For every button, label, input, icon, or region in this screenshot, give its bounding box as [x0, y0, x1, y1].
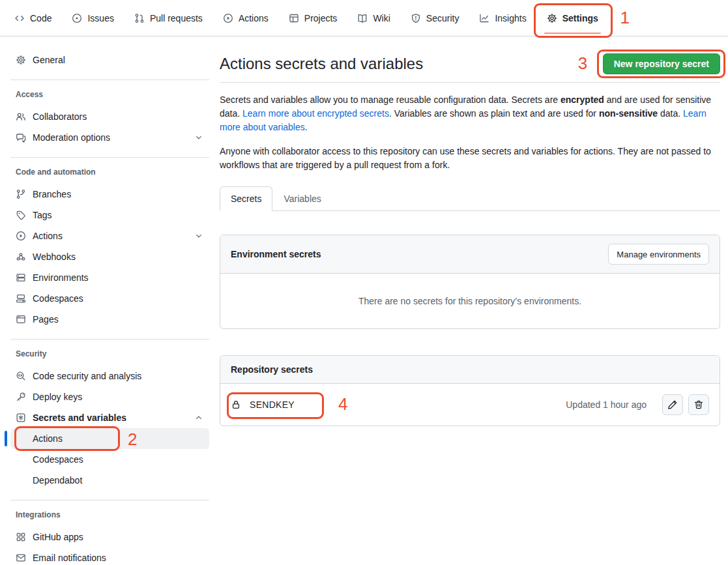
divider [10, 500, 209, 500]
environment-secrets-empty-text: There are no secrets for this repository… [220, 274, 720, 328]
secret-name: SENDKEY [250, 399, 295, 410]
apps-icon [16, 532, 26, 542]
git-branch-icon [16, 189, 26, 199]
tab-security[interactable]: Security [405, 9, 465, 27]
tab-actions[interactable]: Actions [218, 9, 274, 27]
tab-variables[interactable]: Variables [272, 186, 332, 211]
asterisk-box-icon [16, 413, 26, 423]
sidebar-subitem-codespaces[interactable]: Codespaces [10, 449, 209, 470]
pencil-icon [667, 399, 678, 410]
inline-link[interactable]: Learn more about encrypted secrets [242, 108, 389, 119]
sidebar-section-security: Security [10, 349, 209, 359]
book-icon [357, 13, 368, 23]
browser-icon [16, 314, 26, 325]
repository-secrets-title: Repository secrets [231, 364, 313, 375]
sidebar-section-access: Access [10, 89, 209, 100]
people-icon [16, 111, 26, 122]
active-tab-underline [544, 33, 601, 34]
sidebar-item-codespaces[interactable]: Codespaces [10, 288, 209, 309]
tab-code[interactable]: Code [9, 9, 57, 27]
delete-secret-button[interactable] [688, 394, 709, 415]
repo-nav: Code Issues Pull requests Actions Projec… [0, 0, 728, 36]
sidebar-item-code-security-and-analysis[interactable]: Code security and analysis [10, 366, 209, 386]
annotation-number-4: 4 [338, 396, 347, 413]
sidebar-item-general[interactable]: General [10, 50, 209, 70]
tab-secrets[interactable]: Secrets [220, 186, 272, 211]
chevron-down-icon [194, 132, 204, 143]
tag-icon [16, 210, 26, 220]
sidebar-item-secrets-and-variables[interactable]: Secrets and variables [10, 407, 209, 428]
intro-text: Secrets and variables allow you to manag… [220, 93, 720, 134]
tab-wiki[interactable]: Wiki [352, 9, 395, 27]
repository-secrets-card: Repository secrets SENDKEY 4 Updated 1 h… [220, 355, 720, 426]
gear-icon [547, 13, 557, 23]
tab-settings[interactable]: Settings 1 [542, 9, 604, 27]
shield-icon [411, 13, 421, 23]
server-icon [16, 272, 26, 283]
sidebar-item-webhooks[interactable]: Webhooks [10, 246, 209, 267]
divider [10, 157, 209, 158]
annotation-box-2 [14, 426, 120, 451]
settings-sidebar: General Access Collaborators Moderation … [0, 36, 220, 565]
tab-projects[interactable]: Projects [284, 9, 343, 27]
environment-secrets-title: Environment secrets [231, 249, 321, 259]
mail-icon [16, 553, 26, 563]
annotation-number-3: 3 [578, 55, 587, 72]
lock-icon [231, 399, 241, 410]
play-circle-icon [16, 231, 26, 241]
edit-secret-button[interactable] [662, 394, 683, 415]
trash-icon [693, 399, 704, 410]
new-repository-secret-button[interactable]: New repository secret [603, 53, 720, 74]
active-item-indicator [5, 431, 7, 446]
manage-environments-button[interactable]: Manage environments [608, 244, 709, 265]
sidebar-item-tags[interactable]: Tags [10, 205, 209, 225]
sidebar-item-deploy-keys[interactable]: Deploy keys [10, 386, 209, 407]
secrets-variables-tabnav: Secrets Variables [220, 186, 720, 211]
divider [220, 82, 720, 83]
environment-secrets-card: Environment secrets Manage environments … [220, 235, 720, 329]
sidebar-item-branches[interactable]: Branches [10, 184, 209, 205]
chevron-down-icon [194, 231, 204, 241]
page-title: Actions secrets and variables [220, 54, 603, 74]
sidebar-section-integrations: Integrations [10, 510, 209, 520]
codescan-icon [16, 371, 26, 381]
tab-pull-requests[interactable]: Pull requests [129, 9, 208, 27]
issue-opened-icon [72, 13, 82, 23]
collaborator-note: Anyone with collaborator access to this … [220, 145, 720, 172]
sidebar-subitem-actions[interactable]: Actions 2 [10, 428, 209, 449]
sidebar-section-code-and-automation: Code and automation [10, 167, 209, 177]
code-icon [14, 13, 25, 23]
sidebar-item-email-notifications[interactable]: Email notifications [10, 547, 209, 565]
tab-insights[interactable]: Insights [474, 9, 531, 27]
webhook-icon [16, 252, 26, 262]
graph-icon [479, 13, 489, 23]
secret-name-wrap: SENDKEY 4 [231, 399, 315, 410]
gear-icon [16, 55, 26, 65]
key-icon [16, 392, 26, 402]
sidebar-subitem-dependabot[interactable]: Dependabot [10, 470, 209, 491]
table-icon [289, 13, 299, 23]
sidebar-item-actions[interactable]: Actions [10, 225, 209, 246]
secret-updated: Updated 1 hour ago [566, 399, 647, 410]
divider [10, 339, 209, 340]
divider [10, 80, 209, 80]
sidebar-item-pages[interactable]: Pages [10, 309, 209, 330]
codespaces-icon [16, 293, 26, 304]
secret-row: SENDKEY 4 Updated 1 hour ago [220, 384, 720, 426]
play-circle-icon [223, 13, 233, 23]
sidebar-item-collaborators[interactable]: Collaborators [10, 106, 209, 127]
chevron-up-icon [194, 413, 204, 423]
sidebar-item-github-apps[interactable]: GitHub apps [10, 527, 209, 547]
annotation-number-2: 2 [128, 431, 137, 448]
git-pull-request-icon [134, 13, 145, 23]
tab-issues[interactable]: Issues [66, 9, 119, 27]
main-content: Actions secrets and variables 3 New repo… [220, 36, 720, 426]
sidebar-item-environments[interactable]: Environments [10, 267, 209, 288]
comment-discussion-icon [16, 132, 26, 143]
sidebar-item-moderation-options[interactable]: Moderation options [10, 127, 209, 148]
annotation-number-1: 1 [620, 9, 629, 26]
